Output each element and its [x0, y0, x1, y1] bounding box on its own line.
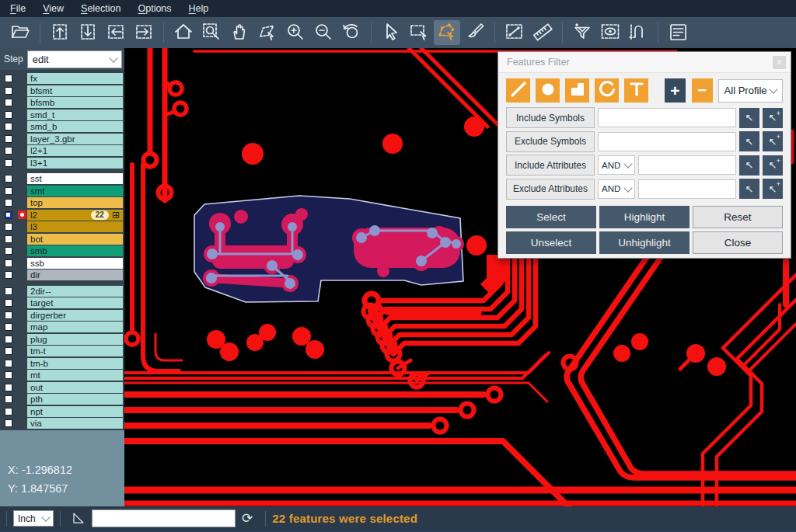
- mass-brush-button[interactable]: [462, 20, 488, 45]
- select-button[interactable]: Select: [506, 206, 596, 228]
- surface-feature-button[interactable]: [565, 78, 589, 103]
- layer-label[interactable]: bfsmb: [27, 97, 123, 108]
- layer-row-bfsmb[interactable]: bfsmb: [0, 97, 124, 108]
- remove-filter-button[interactable]: −: [692, 78, 713, 103]
- layer-row-l2[interactable]: l222⊞: [0, 210, 124, 221]
- menu-help[interactable]: Help: [180, 2, 218, 16]
- layer-row-out[interactable]: out: [0, 382, 124, 393]
- layer-row-sst[interactable]: sst: [0, 173, 124, 184]
- export-up-button[interactable]: [47, 20, 73, 45]
- exclude-symbols-input[interactable]: [598, 132, 736, 151]
- layer-checkbox[interactable]: [5, 199, 12, 207]
- pick-add-from-canvas-button[interactable]: ↖+: [763, 179, 783, 199]
- layer-label[interactable]: dirgerber: [27, 310, 123, 321]
- layer-label[interactable]: out: [27, 382, 123, 393]
- layer-row-dir[interactable]: dir: [0, 269, 124, 280]
- export-down-button[interactable]: [75, 20, 101, 45]
- layer-row-l2+1[interactable]: l2+1: [0, 145, 124, 156]
- layer-row-tm-t[interactable]: tm-t: [0, 346, 124, 356]
- layer-checkbox[interactable]: [5, 211, 12, 219]
- layer-row-ssb[interactable]: ssb: [0, 258, 124, 269]
- layer-checkbox[interactable]: [5, 223, 12, 231]
- select-rect-button[interactable]: [406, 20, 432, 45]
- include-attributes-input[interactable]: [638, 155, 736, 175]
- layer-label[interactable]: pth: [27, 394, 123, 405]
- open-folder-button[interactable]: [7, 20, 33, 45]
- layer-checkbox[interactable]: [5, 271, 12, 279]
- layer-label[interactable]: 2dir--: [27, 286, 123, 297]
- layer-label[interactable]: tm-t: [27, 346, 123, 356]
- ruler-button[interactable]: [529, 20, 556, 45]
- layer-label[interactable]: plug: [27, 334, 123, 345]
- layer-row-2dir--[interactable]: 2dir--: [0, 286, 124, 297]
- layer-checkbox[interactable]: [5, 336, 12, 343]
- layer-row-top[interactable]: top: [0, 197, 124, 208]
- layer-label[interactable]: dir: [27, 269, 123, 280]
- layer-row-l3+1[interactable]: l3+1: [0, 158, 124, 169]
- layer-label[interactable]: map: [27, 322, 123, 332]
- layer-checkbox[interactable]: [5, 311, 12, 319]
- refresh-icon[interactable]: ⟳: [242, 512, 253, 525]
- layer-checkbox[interactable]: [5, 75, 12, 82]
- exclude-symbols-button[interactable]: Exclude Symbols: [506, 131, 595, 152]
- grid-icon[interactable]: ⊞: [112, 210, 120, 220]
- zoom-in-button[interactable]: [282, 20, 309, 45]
- close-icon[interactable]: x: [773, 56, 786, 69]
- layer-checkbox[interactable]: [5, 259, 12, 267]
- line-feature-button[interactable]: [506, 78, 530, 103]
- menu-options[interactable]: Options: [129, 2, 180, 16]
- layer-checkbox[interactable]: [5, 123, 12, 130]
- layer-label[interactable]: l2+1: [27, 145, 123, 156]
- layer-label[interactable]: target: [27, 297, 123, 308]
- zoom-previous-button[interactable]: [338, 20, 365, 45]
- include-symbols-button[interactable]: Include Symbols: [506, 107, 595, 128]
- layer-checkbox[interactable]: [5, 147, 12, 155]
- step-select[interactable]: edit: [27, 50, 122, 68]
- pick-add-from-canvas-button[interactable]: ↖+: [763, 131, 783, 151]
- layer-label[interactable]: l3+1: [27, 158, 123, 169]
- layer-row-pth[interactable]: pth: [0, 394, 124, 405]
- layer-checkbox[interactable]: [5, 395, 12, 403]
- unhighlight-button[interactable]: Unhighlight: [599, 231, 690, 254]
- zoom-out-button[interactable]: [310, 20, 337, 45]
- text-feature-button[interactable]: [624, 78, 648, 103]
- layer-row-bot[interactable]: bot: [0, 234, 124, 245]
- layer-checkbox[interactable]: [5, 323, 12, 331]
- unit-select[interactable]: Inch: [13, 510, 54, 527]
- measure-button[interactable]: [501, 20, 528, 45]
- layer-label[interactable]: top: [27, 197, 123, 208]
- home-button[interactable]: [170, 20, 197, 45]
- layer-checkbox[interactable]: [5, 384, 12, 391]
- layer-label[interactable]: sst: [27, 173, 123, 184]
- pick-add-from-canvas-button[interactable]: ↖+: [763, 108, 783, 128]
- layer-label[interactable]: l3: [27, 221, 123, 232]
- pick-from-canvas-button[interactable]: ↖: [739, 131, 759, 151]
- layer-row-smb[interactable]: smb: [0, 245, 124, 256]
- include-symbols-input[interactable]: [598, 108, 736, 127]
- pick-add-from-canvas-button[interactable]: ↖+: [763, 155, 783, 176]
- layer-checkbox[interactable]: [5, 287, 12, 295]
- layer-row-via[interactable]: via: [0, 418, 124, 429]
- layer-label[interactable]: smt: [27, 186, 123, 196]
- pan-hand-button[interactable]: [226, 20, 253, 45]
- layer-checkbox[interactable]: [5, 371, 12, 379]
- layer-row-smd_b[interactable]: smd_b: [0, 121, 124, 132]
- layer-row-tm-b[interactable]: tm-b: [0, 358, 124, 369]
- layer-checkbox[interactable]: [5, 299, 12, 307]
- arc-feature-button[interactable]: [595, 78, 619, 103]
- highlight-button[interactable]: Highlight: [599, 206, 690, 228]
- layer-checkbox[interactable]: [5, 360, 12, 367]
- zoom-area-button[interactable]: [198, 20, 225, 45]
- layer-row-l3[interactable]: l3: [0, 221, 124, 232]
- layer-label[interactable]: via: [27, 418, 123, 429]
- layer-row-dirgerber[interactable]: dirgerber: [0, 310, 124, 321]
- layer-row-smd_t[interactable]: smd_t: [0, 110, 124, 120]
- layer-checkbox[interactable]: [5, 87, 12, 95]
- layer-label[interactable]: mt: [27, 370, 123, 381]
- layer-label[interactable]: bot: [27, 234, 123, 245]
- exclude-attributes-input[interactable]: [638, 179, 736, 199]
- layer-checkbox[interactable]: [5, 187, 12, 195]
- layer-label[interactable]: fx: [27, 73, 123, 84]
- layer-row-bfsmt[interactable]: bfsmt: [0, 85, 124, 96]
- add-filter-button[interactable]: +: [665, 78, 686, 103]
